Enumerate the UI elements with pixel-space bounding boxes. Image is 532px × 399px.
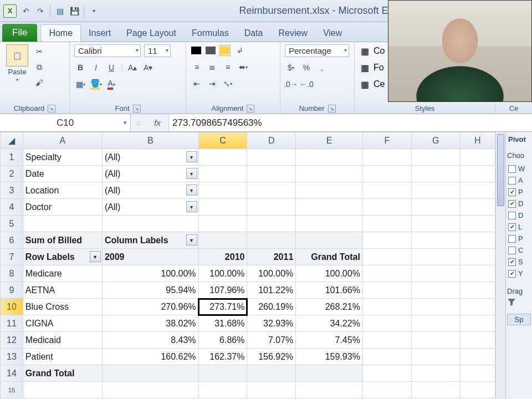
font-color-button[interactable]: A▾ xyxy=(105,78,117,90)
top-border-icon[interactable] xyxy=(191,45,202,56)
wrap-text-button[interactable]: ↲ xyxy=(234,44,246,57)
tab-view[interactable]: View xyxy=(315,25,350,42)
fieldlist-item[interactable]: P xyxy=(507,233,531,244)
col-B[interactable]: B xyxy=(102,132,198,149)
formula-input[interactable]: 273.709865749563% xyxy=(168,114,532,131)
cell-styles-button[interactable]: ▦Ce xyxy=(359,79,385,90)
comma-button[interactable]: , xyxy=(316,62,328,74)
tab-home[interactable]: Home xyxy=(40,24,81,42)
qat-dropdown[interactable]: ▾ xyxy=(89,6,99,16)
align-center-button[interactable]: ≣ xyxy=(206,61,218,73)
fill-color-button[interactable]: 🪣▾ xyxy=(90,78,102,90)
filter-doctor-dropdown[interactable]: ▾ xyxy=(186,201,197,212)
group-clipboard-label: Clipboard xyxy=(14,104,45,112)
border-button[interactable]: ▦▾ xyxy=(74,78,86,90)
fieldlist-area-item[interactable]: Sp xyxy=(507,314,531,325)
fieldlist-item[interactable]: ✔Y xyxy=(507,268,531,279)
col-D[interactable]: D xyxy=(247,132,296,149)
conditional-formatting-button[interactable]: ▦Co xyxy=(359,45,385,57)
shrink-font-button[interactable]: A▾ xyxy=(142,62,154,74)
select-all-corner[interactable]: ◢ xyxy=(1,132,23,149)
checkbox-icon[interactable]: ✔ xyxy=(508,258,516,266)
align-left-button[interactable]: ≡ xyxy=(191,61,203,73)
col-C[interactable]: C xyxy=(198,132,247,149)
spreadsheet-grid[interactable]: ◢ A B C D E F G H 1 Specialty (All)▾ 2 D… xyxy=(0,132,495,398)
number-format-select[interactable]: Percentage▾ xyxy=(285,44,349,57)
col-F[interactable]: F xyxy=(362,132,411,149)
fieldlist-item[interactable]: D xyxy=(507,209,531,221)
bold-button[interactable]: B xyxy=(74,62,86,74)
currency-button[interactable]: $▾ xyxy=(285,62,297,74)
fieldlist-item[interactable]: W xyxy=(507,163,531,175)
checkbox-icon[interactable] xyxy=(508,212,516,219)
format-as-table-button[interactable]: ▦Fo xyxy=(359,62,385,73)
name-box[interactable]: C10▾ xyxy=(0,114,131,131)
column-headers[interactable]: ◢ A B C D E F G H xyxy=(1,132,495,149)
row-labels-dropdown[interactable]: ▾ xyxy=(90,251,101,262)
orientation-button[interactable]: ⤡▾ xyxy=(222,78,234,90)
tab-data[interactable]: Data xyxy=(237,25,271,42)
font-launcher[interactable]: ↘ xyxy=(133,105,141,112)
col-A[interactable]: A xyxy=(23,132,102,149)
fx-icon[interactable]: fx xyxy=(146,118,168,127)
font-size-select[interactable]: 11▾ xyxy=(144,44,171,57)
vertical-scrollbar[interactable] xyxy=(495,132,505,399)
tab-page-layout[interactable]: Page Layout xyxy=(119,25,184,42)
paste-button[interactable]: 📋 Paste ▾ xyxy=(4,44,30,83)
fieldlist-item-label: W xyxy=(518,165,525,173)
clipboard-launcher[interactable]: ↘ xyxy=(48,105,55,112)
fieldlist-item[interactable]: ✔L xyxy=(507,221,531,233)
undo-button[interactable]: ↶ xyxy=(21,6,31,16)
middle-border-icon[interactable] xyxy=(205,45,216,56)
pivot-field-list: Pivot Choo WA✔P✔DD✔LPC✔S✔Y Drag Sp xyxy=(505,132,532,399)
redo-button[interactable]: ↷ xyxy=(35,6,45,16)
checkbox-icon[interactable] xyxy=(508,165,516,173)
fieldlist-item[interactable]: C xyxy=(507,244,531,256)
fieldlist-item[interactable]: ✔D xyxy=(507,198,531,209)
tab-insert[interactable]: Insert xyxy=(81,25,119,42)
fieldlist-item[interactable]: ✔S xyxy=(507,256,531,268)
col-G[interactable]: G xyxy=(411,132,460,149)
col-H[interactable]: H xyxy=(460,132,495,149)
decrease-indent-button[interactable]: ⇤ xyxy=(191,78,203,90)
grow-font-button[interactable]: A▴ xyxy=(126,62,139,74)
merge-button[interactable]: ⬌▾ xyxy=(237,61,249,73)
copy-button[interactable]: ⧉ xyxy=(33,61,45,73)
active-cell[interactable]: 273.71% xyxy=(198,299,247,315)
col-E[interactable]: E xyxy=(296,132,363,149)
fieldlist-item[interactable]: ✔P xyxy=(507,186,531,198)
checkbox-icon[interactable]: ✔ xyxy=(508,188,516,196)
filter-date-dropdown[interactable]: ▾ xyxy=(186,168,197,179)
tab-formulas[interactable]: Formulas xyxy=(184,25,237,42)
align-right-button[interactable]: ≡ xyxy=(222,61,234,73)
number-launcher[interactable]: ↘ xyxy=(328,105,336,112)
checkbox-icon[interactable] xyxy=(508,247,516,254)
italic-button[interactable]: I xyxy=(90,62,102,74)
alignment-launcher[interactable]: ↘ xyxy=(247,105,254,112)
tab-file[interactable]: File xyxy=(2,24,37,42)
checkbox-icon[interactable]: ✔ xyxy=(508,223,516,231)
increase-indent-button[interactable]: ⇥ xyxy=(206,78,218,90)
fieldlist-item[interactable]: A xyxy=(507,175,531,186)
save-button[interactable]: 💾 xyxy=(69,6,79,16)
font-name-select[interactable]: Calibri▾ xyxy=(74,44,141,57)
decrease-decimal-button[interactable]: ←.0 xyxy=(300,78,313,90)
filter-location-dropdown[interactable]: ▾ xyxy=(186,185,197,196)
checkbox-icon[interactable]: ✔ xyxy=(508,200,516,208)
format-painter-button[interactable]: 🖌 xyxy=(33,76,45,89)
save-as-button[interactable]: ▤ xyxy=(55,6,65,16)
checkbox-icon[interactable] xyxy=(508,235,516,243)
checkbox-icon[interactable] xyxy=(508,177,516,185)
column-labels-dropdown[interactable]: ▾ xyxy=(186,234,197,245)
checkbox-icon[interactable]: ✔ xyxy=(508,270,516,278)
bottom-border-icon[interactable] xyxy=(219,45,231,56)
tab-review[interactable]: Review xyxy=(270,25,315,42)
increase-decimal-button[interactable]: .0→ xyxy=(285,78,297,90)
underline-button[interactable]: U xyxy=(105,62,117,74)
cut-button[interactable]: ✂ xyxy=(33,45,45,58)
scrollbar-thumb[interactable] xyxy=(497,134,504,206)
webcam-overlay xyxy=(388,0,532,102)
percent-button[interactable]: % xyxy=(300,62,313,74)
filter-specialty-dropdown[interactable]: ▾ xyxy=(186,151,197,162)
group-font-label: Font xyxy=(115,104,129,112)
